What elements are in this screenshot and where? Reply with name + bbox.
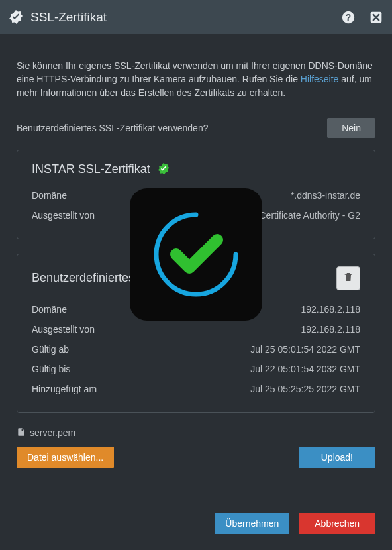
close-icon[interactable]	[368, 9, 384, 25]
choose-file-button[interactable]: Datei auswählen...	[17, 447, 114, 468]
file-action-row: Datei auswählen... Upload!	[17, 447, 375, 468]
selected-file-name: server.pem	[30, 427, 75, 438]
delete-cert-button[interactable]	[336, 266, 360, 290]
upload-button[interactable]: Upload!	[299, 447, 375, 468]
help-icon[interactable]: ?	[340, 9, 356, 25]
custom-validfrom-value: Jul 25 05:01:54 2022 GMT	[250, 344, 360, 355]
custom-domain-value: 192.168.2.118	[301, 304, 360, 315]
custom-cert-toggle-button[interactable]: Nein	[327, 118, 375, 138]
help-link[interactable]: Hilfeseite	[301, 74, 339, 84]
custom-validto-label: Gültig bis	[32, 364, 70, 374]
kv-row: Gültig ab Jul 25 05:01:54 2022 GMT	[32, 339, 360, 359]
custom-cert-toggle-label: Benutzerdefiniertes SSL-Zertifikat verwe…	[17, 123, 208, 133]
instar-domain-value: *.ddns3-instar.de	[291, 190, 360, 201]
custom-domain-label: Domäne	[32, 304, 67, 315]
apply-button[interactable]: Übernehmen	[215, 513, 289, 534]
success-overlay	[130, 188, 262, 321]
instar-cert-title-text: INSTAR SSL-Zertifikat	[32, 162, 150, 176]
success-check-icon	[146, 205, 246, 304]
intro-text: Sie können Ihr eigenes SSL-Zertifikat ve…	[17, 59, 375, 99]
instar-cert-title: INSTAR SSL-Zertifikat	[32, 162, 360, 176]
dialog-header: SSL-Zertifikat ?	[0, 0, 392, 34]
custom-validfrom-label: Gültig ab	[32, 344, 69, 355]
custom-issuer-label: Ausgestellt von	[32, 324, 95, 335]
certificate-icon	[8, 9, 24, 25]
cancel-button[interactable]: Abbrechen	[299, 513, 375, 534]
kv-row: Gültig bis Jul 22 05:01:54 2032 GMT	[32, 359, 360, 379]
kv-row: Ausgestellt von 192.168.2.118	[32, 319, 360, 339]
instar-issuer-label: Ausgestellt von	[32, 210, 95, 221]
instar-domain-label: Domäne	[32, 190, 67, 201]
custom-validto-value: Jul 22 05:01:54 2032 GMT	[250, 364, 360, 374]
custom-added-label: Hinzugefügt am	[32, 384, 97, 394]
verified-badge-icon	[157, 162, 170, 176]
file-icon	[17, 427, 26, 439]
dialog-title: SSL-Zertifikat	[30, 10, 340, 25]
kv-row: Hinzugefügt am Jul 25 05:25:25 2022 GMT	[32, 379, 360, 399]
dialog-footer: Übernehmen Abbrechen	[215, 513, 375, 534]
selected-file-row: server.pem	[17, 427, 375, 439]
custom-added-value: Jul 25 05:25:25 2022 GMT	[250, 384, 360, 394]
custom-issuer-value: 192.168.2.118	[301, 324, 360, 335]
custom-cert-toggle-row: Benutzerdefiniertes SSL-Zertifikat verwe…	[17, 118, 375, 138]
svg-text:?: ?	[346, 13, 351, 23]
trash-icon	[343, 272, 354, 285]
